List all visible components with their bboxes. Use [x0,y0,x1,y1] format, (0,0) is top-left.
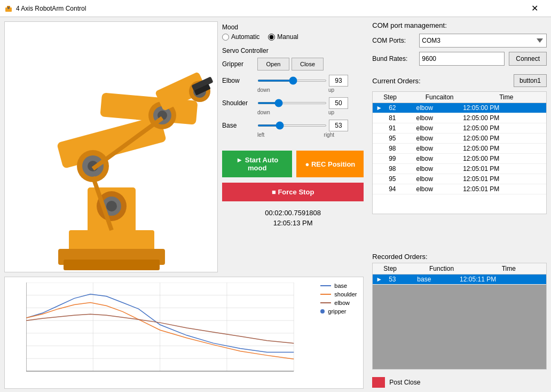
base-row-top: Base 53 [222,120,364,131]
recorded-header-time: Time [499,263,546,275]
table-row[interactable]: 98 elbow 12:05:00 PM [373,144,546,154]
timer-section: 00:02:00.7591808 12:05:13 PM [222,209,364,227]
automatic-label: Automatic [231,33,259,41]
automatic-radio[interactable] [222,34,229,41]
gripper-close-button[interactable]: Close [292,58,324,70]
table-row[interactable]: 95 elbow 12:05:01 PM [373,174,546,184]
chart-section: 0 20 40 60 80 100 120 140 64 84 104 [4,277,364,389]
base-label-right: right [324,132,334,138]
row-step: 99 [385,154,413,164]
table-row[interactable]: 91 elbow 12:05:00 PM [373,123,546,134]
table-row[interactable]: 95 elbow 12:05:00 PM [373,134,546,144]
row-arrow [373,184,385,194]
table-row[interactable]: 94 elbow 12:05:01 PM [373,184,546,194]
base-value: 53 [329,120,348,131]
elbow-row: Elbow 93 down up [222,75,364,93]
main-container: Mood Automatic Manual Servo Co [0,17,551,392]
legend-base: base [320,283,358,289]
base-slider[interactable] [257,124,327,127]
row-step: 94 [385,184,413,194]
current-orders-header: Step Funcaiton Time [373,92,546,103]
row-time: 12:05:11 PM [456,275,546,285]
gripper-name: Gripper [222,60,254,68]
row-arrow [373,174,385,184]
row-step: 91 [385,123,413,134]
current-orders-title: Current Orders: [372,77,420,85]
manual-radio[interactable] [268,34,275,41]
legend-base-color [320,285,331,286]
table-row[interactable]: ► 53 base 12:05:11 PM [373,275,546,285]
recorded-orders-scroll[interactable]: ► 53 base 12:05:11 PM [373,275,546,285]
title-bar: 4 Axis RobotArm Control ✕ [0,0,551,17]
row-function: elbow [413,113,460,123]
svg-point-2 [7,7,10,9]
row-function: elbow [413,184,460,194]
row-arrow [373,164,385,174]
row-time: 12:05:00 PM [460,123,546,134]
close-button[interactable]: ✕ [522,0,547,17]
header-function: Funcaiton [422,92,496,103]
recorded-orders-body-table: ► 53 base 12:05:11 PM [373,275,546,285]
current-orders-table: Step Funcaiton Time [373,92,546,103]
row-step: 95 [385,134,413,144]
row-time: 12:05:00 PM [460,154,546,164]
row-time: 12:05:01 PM [460,174,546,184]
row-function: elbow [413,123,460,134]
row-arrow [373,123,385,134]
row-time: 12:05:01 PM [460,184,546,194]
row-arrow: ► [373,103,385,113]
mood-radios: Automatic Manual [222,33,364,41]
recorded-orders-title: Recorded Orders: [372,253,547,261]
com-ports-select[interactable]: COM3 COM1 COM2 [419,34,547,48]
recorded-header-function: Function [426,263,499,275]
table-row[interactable]: 99 elbow 12:05:00 PM [373,154,546,164]
baud-input[interactable] [419,52,505,66]
row-time: 12:05:01 PM [460,164,546,174]
elbow-label-right: up [328,87,334,93]
header-arrow-col [373,92,380,103]
legend-shoulder-color [320,294,331,295]
table-row[interactable]: ► 62 elbow 12:05:00 PM [373,103,546,113]
base-slider-container: 53 [257,120,364,131]
rec-position-button[interactable]: ● REC Position [296,151,364,177]
recorded-orders-header: Step Function Time [373,263,546,275]
connect-button[interactable]: Connect [509,52,547,66]
table-row[interactable]: 81 elbow 12:05:00 PM [373,113,546,123]
row-step: 81 [385,113,413,123]
gripper-open-button[interactable]: Open [257,58,289,70]
robot-arm-svg [5,22,218,272]
row-function: elbow [413,144,460,154]
legend-shoulder-label: shoulder [334,291,357,297]
current-time: 12:05:13 PM [222,219,364,227]
automatic-radio-label[interactable]: Automatic [222,33,259,41]
com-ports-row: COM Ports: COM3 COM1 COM2 [372,34,547,48]
row-step: 95 [385,174,413,184]
force-stop-button[interactable]: ■ Force Stop [222,183,364,201]
com-section: COM port management: COM Ports: COM3 COM… [372,21,547,70]
mood-label: Mood [222,23,364,31]
top-section: Mood Automatic Manual Servo Co [4,21,364,272]
servo-section: Servo Controller Gripper Open Close [222,47,364,142]
shoulder-slider-container: 50 [257,97,364,109]
header-time: Time [496,92,540,103]
elbow-row-top: Elbow 93 [222,75,364,87]
manual-label: Manual [277,33,298,41]
legend-gripper: gripper [320,308,358,315]
row-arrow [373,134,385,144]
row-function: base [414,275,456,285]
elbow-slider[interactable] [257,80,327,82]
row-function: elbow [413,134,460,144]
current-orders-scroll[interactable]: ► 62 elbow 12:05:00 PM 81 elbow 12:05:00… [373,103,546,194]
current-orders-tbody: ► 62 elbow 12:05:00 PM 81 elbow 12:05:00… [373,103,546,194]
shoulder-slider[interactable] [257,102,327,104]
shoulder-value: 50 [329,97,348,109]
row-arrow [373,113,385,123]
table-row[interactable]: 98 elbow 12:05:01 PM [373,164,546,174]
base-label-left: left [257,132,264,138]
button1-button[interactable]: button1 [514,74,547,87]
base-row: Base 53 left right [222,120,364,138]
manual-radio-label[interactable]: Manual [268,33,298,41]
start-auto-button[interactable]: ► Start Auto mood [222,151,292,177]
row-arrow: ► [373,275,385,285]
controls-panel: Mood Automatic Manual Servo Co [222,21,364,272]
